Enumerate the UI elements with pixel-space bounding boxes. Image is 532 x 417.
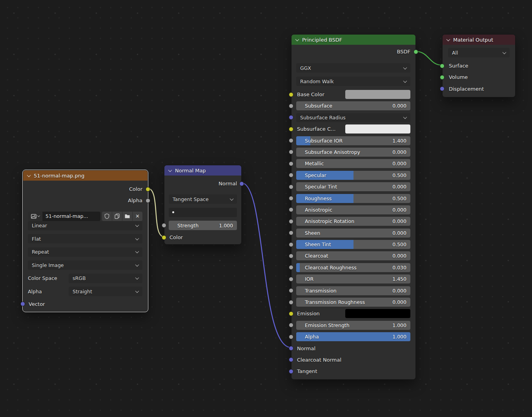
color-input-socket[interactable] [162,235,166,240]
node-editor-canvas[interactable]: 51-normal-map.png Color Alpha [0,0,532,417]
vector-input-socket[interactable] [20,302,25,306]
subsurface-radius-dropdown[interactable]: Subsurface Radius [296,113,410,122]
fake-user-button[interactable] [102,212,112,221]
collapse-chevron-icon[interactable] [168,168,172,172]
wire-normalmap-normal-to-principled-normal[interactable] [242,183,291,348]
transmission-input-socket[interactable] [289,288,293,293]
browse-image-button[interactable] [28,212,42,221]
subsurface-method-dropdown[interactable]: Random Walk [296,77,410,86]
anisotropic-rotation-slider[interactable]: Anisotropic Rotation0.000 [296,217,410,226]
alpha-mode-dropdown[interactable]: Straight [69,287,142,296]
extension-dropdown[interactable]: Repeat [28,247,142,257]
anisotropic-input-socket[interactable] [289,207,293,212]
clearcoat-normal-input-socket[interactable] [289,357,293,362]
ior-input-socket[interactable] [289,277,293,282]
roughness-value: 0.500 [392,196,406,201]
material-output-node[interactable]: Material Output All SurfaceVolumeDisplac… [442,34,516,97]
projection-dropdown[interactable]: Flat [28,234,142,243]
specular-tint-slider[interactable]: Specular Tint0.000 [296,182,410,191]
collapse-chevron-icon[interactable] [27,173,31,177]
uv-map-field[interactable] [169,208,237,217]
subsurface-anisotropy-input-socket[interactable] [289,150,293,154]
sheen-tint-value: 0.500 [392,241,406,247]
image-texture-node[interactable]: 51-normal-map.png Color Alpha [23,170,148,312]
normal-input-socket[interactable] [289,346,293,351]
clearcoat-row: Clearcoat0.000 [296,251,410,260]
duplicate-image-button[interactable] [112,212,122,221]
target-dropdown[interactable]: All [448,48,510,57]
image-icon [31,213,37,219]
normal-map-node-header[interactable]: Normal Map [164,165,241,176]
normal-output-socket[interactable] [239,181,244,186]
color-output-socket[interactable] [146,187,150,192]
sheen-input-socket[interactable] [289,230,293,235]
distribution-dropdown[interactable]: GGX [296,63,410,73]
roughness-input-socket[interactable] [289,196,293,201]
specular-input-socket[interactable] [289,173,293,177]
wire-principled-bsdf-to-output-surface[interactable] [416,51,442,65]
image-texture-node-header[interactable]: 51-normal-map.png [23,170,148,181]
displacement-input-socket[interactable] [440,86,445,91]
clearcoat-roughness-input-socket[interactable] [289,265,293,270]
principled-bsdf-node-header[interactable]: Principled BSDF [292,35,415,45]
color-space-dropdown[interactable]: sRGB [69,274,142,283]
ior-slider[interactable]: IOR1.450 [296,274,410,283]
material-output-node-header[interactable]: Material Output [443,35,515,45]
alpha-slider[interactable]: Alpha1.000 [296,332,410,341]
open-image-button[interactable] [122,212,132,221]
volume-input-socket[interactable] [440,75,445,80]
strength-input-socket[interactable] [162,223,166,228]
subsurface-slider[interactable]: Subsurface0.000 [296,101,410,110]
image-name-field[interactable]: 51-normal-map... [42,212,100,221]
subsurface-anisotropy-slider[interactable]: Subsurface Anisotropy0.000 [296,148,410,157]
sheen-tint-input-socket[interactable] [289,242,293,247]
specular-slider[interactable]: Specular0.500 [296,171,410,180]
transmission-roughness-input-socket[interactable] [289,300,293,305]
subsurface-c-color-swatch[interactable] [345,124,410,134]
roughness-slider[interactable]: Roughness0.500 [296,194,410,203]
space-dropdown[interactable]: Tangent Space [169,194,237,204]
anisotropic-slider[interactable]: Anisotropic0.000 [296,205,410,214]
subsurface-radius-input-socket[interactable] [289,115,293,120]
subsurface-ior-slider[interactable]: Subsurface IOR1.400 [296,136,410,145]
emission-input-socket[interactable] [289,311,293,316]
alpha-output-row: Alpha [28,196,142,205]
subsurface-ior-input-socket[interactable] [289,138,293,143]
tangent-input-socket[interactable] [289,369,293,374]
normal-map-node[interactable]: Normal Map Normal Tangent Space [164,165,242,245]
anisotropic-rotation-input-socket[interactable] [289,219,293,224]
clearcoat-normal-label: Clearcoat Normal [297,357,341,363]
normal-row: Normal [296,344,410,353]
emission-color-swatch[interactable] [345,309,410,318]
transmission-roughness-slider[interactable]: Transmission Roughness0.000 [296,298,410,307]
metallic-slider[interactable]: Metallic0.000 [296,159,410,168]
specular-row: Specular0.500 [296,171,410,180]
base-color-color-swatch[interactable] [345,90,410,99]
specular-tint-input-socket[interactable] [289,185,293,189]
source-dropdown[interactable]: Single Image [28,260,142,270]
transmission-slider[interactable]: Transmission0.000 [296,286,410,295]
subsurface-input-socket[interactable] [289,104,293,108]
emission-strength-slider[interactable]: Emission Strength1.000 [296,321,410,330]
alpha-output-socket[interactable] [146,198,150,203]
surface-input-socket[interactable] [440,64,445,68]
wire-image-color-to-normalmap-color[interactable] [148,188,164,237]
clearcoat-roughness-slider[interactable]: Clearcoat Roughness0.030 [296,263,410,272]
clearcoat-slider[interactable]: Clearcoat0.000 [296,251,410,260]
interpolation-dropdown[interactable]: Linear [28,221,142,230]
collapse-chevron-icon[interactable] [295,37,299,41]
alpha-input-socket[interactable] [289,335,293,339]
emission-strength-input-socket[interactable] [289,323,293,327]
base-color-input-socket[interactable] [289,92,293,97]
bsdf-output-socket[interactable] [414,49,418,54]
specular-value: 0.500 [392,172,406,178]
sheen-tint-slider[interactable]: Sheen Tint0.500 [296,240,410,249]
principled-bsdf-node[interactable]: Principled BSDF BSDF GGX Random Walk Bas… [291,34,416,380]
unlink-image-button[interactable]: ✕ [133,212,142,221]
strength-slider[interactable]: Strength 1.000 [169,221,237,230]
collapse-chevron-icon[interactable] [446,37,450,41]
subsurface-c-input-socket[interactable] [289,127,293,132]
sheen-slider[interactable]: Sheen0.000 [296,229,410,238]
clearcoat-input-socket[interactable] [289,254,293,258]
metallic-input-socket[interactable] [289,161,293,166]
